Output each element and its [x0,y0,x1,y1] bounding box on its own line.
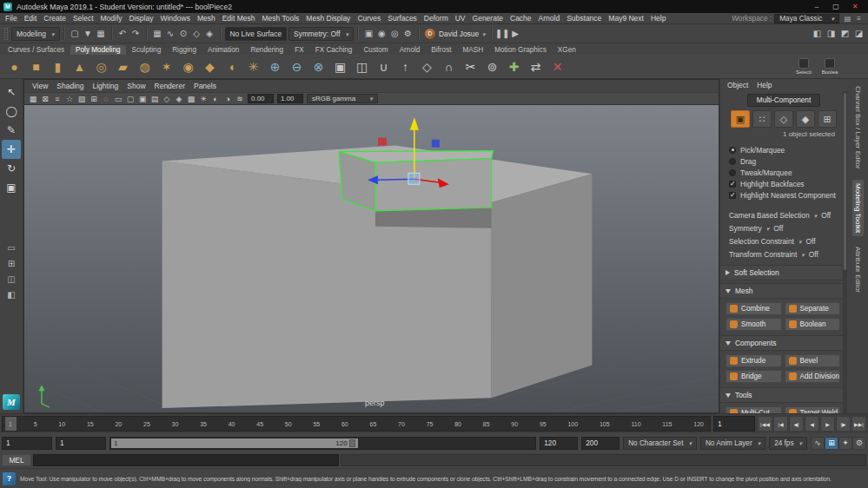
shelf-tab-sculpting[interactable]: Sculpting [127,45,167,55]
make-live-icon[interactable]: ◈ [203,27,216,41]
face-mode-icon[interactable]: ◆ [796,110,815,128]
viewport-shadows-icon[interactable]: ◐ [209,93,222,104]
workspace-save-icon[interactable]: ▤ [842,14,853,23]
toggle-modeling-toolkit-icon[interactable]: ◪ [852,27,865,41]
menuset-selector[interactable]: Modeling [11,27,60,41]
range-handle[interactable] [349,439,355,447]
separate-button[interactable]: Separate [785,302,841,315]
redo-icon[interactable]: ↷ [129,27,142,41]
step-forward-key-button[interactable]: |▶ [836,416,851,432]
exposure-field[interactable]: 0.00 [248,94,274,103]
paint-select-tool[interactable]: ✎ [2,121,21,140]
poly-cube-icon[interactable]: ■ [25,56,47,77]
menu-item[interactable]: Deform [421,14,452,23]
panel-menu-item[interactable]: Renderer [150,82,189,90]
boolean-difference-icon[interactable]: ⊖ [286,56,308,77]
go-to-end-button[interactable]: ▶▶| [851,416,866,432]
edge-mode-icon[interactable]: ◇ [774,110,793,128]
extrude-button[interactable]: Extrude [726,354,782,367]
toggle-channel-box-icon[interactable]: ◩ [838,27,851,41]
selection-option[interactable]: Drag [720,155,847,167]
close-button[interactable]: ✕ [845,0,865,13]
shelf-item-boolean[interactable]: Boolea [818,56,842,78]
quad-draw-icon[interactable]: ✚ [503,56,525,77]
render-view-icon[interactable]: ▣ [362,27,375,41]
menu-item[interactable]: Modify [97,14,126,23]
bevel-icon[interactable]: ◇ [416,56,438,77]
menu-item[interactable]: Cache [507,14,535,23]
menu-item[interactable]: Arnold [535,14,564,23]
poly-soccer-ball-icon[interactable]: ◉ [177,56,199,77]
viewport-motion-blur-icon[interactable]: ≋ [234,93,246,104]
shelf-tab-rendering[interactable]: Rendering [245,45,288,55]
open-scene-icon[interactable]: ▼ [82,27,95,41]
menu-item[interactable]: Mesh Tools [259,14,303,23]
add-divisions-button[interactable]: Add Divisions [785,370,841,383]
menu-item[interactable]: Display [126,14,157,23]
constraint-dropdown[interactable]: Symmetry Off [720,221,847,234]
tab-attribute-editor[interactable]: Attribute Editor [852,243,864,296]
viewport-field-chart-icon[interactable]: ▤ [149,93,161,104]
scrollbar[interactable] [843,91,847,413]
shelf-tab-arnold[interactable]: Arnold [394,45,426,55]
delete-component-icon[interactable]: ✕ [547,56,568,77]
toggle-attribute-editor-icon[interactable]: ◧ [811,27,824,41]
shelf-tab-rigging[interactable]: Rigging [167,45,202,55]
undo-icon[interactable]: ↶ [116,27,129,41]
constraint-dropdown[interactable]: Camera Based Selection Off [720,208,847,221]
menu-item[interactable]: Help [647,14,669,23]
poly-cylinder-icon[interactable]: ▮ [47,56,69,77]
bridge-button[interactable]: Bridge [726,370,782,383]
selection-option[interactable]: Highlight Nearest Component [720,189,847,201]
poly-plane-icon[interactable]: ▰ [112,56,134,77]
menu-item[interactable]: Create [40,14,70,23]
selection-option[interactable]: Tweak/Marquee [720,167,847,178]
poly-platonic-icon[interactable]: ◆ [199,56,221,77]
shelf-item-selection[interactable]: Selecti [792,56,816,78]
bevel-button[interactable]: Bevel [785,354,841,367]
soft-selection-section-header[interactable]: Soft Selection [720,265,847,280]
menu-item[interactable]: File [2,14,21,23]
option-control[interactable] [729,158,736,165]
poly-super-ellipse-icon[interactable]: ◖ [221,56,242,77]
boolean-intersection-icon[interactable]: ⊗ [308,56,329,77]
multi-component-mode-icon[interactable]: ▣ [731,110,750,128]
snap-to-grid-icon[interactable]: ▦ [151,27,164,41]
user-account-menu[interactable]: D David Josue [423,29,487,39]
time-slider[interactable]: 1510152025303540455055606570758085909510… [2,416,711,432]
viewport-film-gate-icon[interactable]: ▭ [112,93,124,104]
constraint-dropdown[interactable]: Transform Constraint Off [720,247,847,260]
viewport-gate-mask-icon[interactable]: ▣ [136,93,149,104]
viewport-oversampling-icon[interactable]: ◌ [100,93,112,104]
menu-item[interactable]: Edit Mesh [219,14,259,23]
menu-item[interactable]: Curves [354,14,384,23]
menu-item[interactable]: May9 Next [605,14,647,23]
animation-start-field[interactable]: 1 [2,437,52,450]
anim-layer-selector[interactable]: No Anim Layer [700,437,765,450]
separate-icon[interactable]: ◫ [351,56,373,77]
poly-cone-icon[interactable]: ▲ [69,56,90,77]
constraint-dropdown[interactable]: Selection Constraint Off [720,234,847,247]
target-weld-button[interactable]: Target Weld [785,406,841,413]
playback-end-field[interactable]: 120 [540,437,578,450]
shelf-tab-animation[interactable]: Animation [202,45,244,55]
save-scene-icon[interactable]: ▦ [95,27,108,41]
menu-item[interactable]: Generate [469,14,507,23]
viewport-grid-icon[interactable]: ▩ [185,93,197,104]
smooth-icon[interactable]: ∪ [373,56,394,77]
command-input[interactable] [33,454,339,466]
tools-section-header[interactable]: Tools [720,387,847,403]
viewport-select-camera-icon[interactable]: ▦ [27,93,39,104]
uv-mode-icon[interactable]: ⊞ [818,110,837,128]
tab-modeling-toolkit[interactable]: Modeling Toolkit [852,180,864,236]
snap-keys-icon[interactable]: ⊞ [825,437,838,450]
viewport-ao-icon[interactable]: ◑ [222,93,234,104]
plane-handle-red[interactable] [378,138,387,146]
workspace-selector[interactable]: Maya Classic [774,14,839,23]
snap-to-curve-icon[interactable]: ∿ [164,27,177,41]
select-tool[interactable]: ↖ [2,82,21,102]
combine-button[interactable]: Combine [726,302,782,315]
shelf-tab-bifrost[interactable]: Bifrost [426,45,456,55]
multi-cut-icon[interactable]: ✂ [460,56,481,77]
bridge-icon[interactable]: ∩ [438,56,460,77]
